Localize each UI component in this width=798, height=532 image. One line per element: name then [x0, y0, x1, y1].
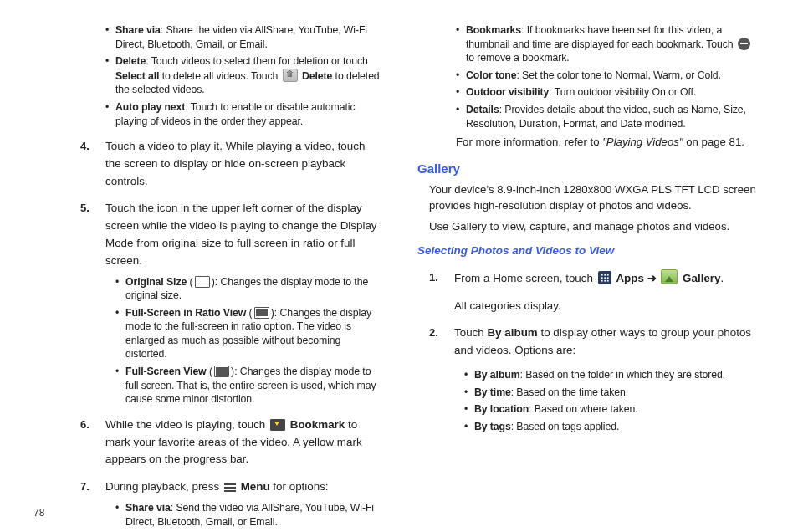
intro-bullets: Share via: Share the video via AllShare,…: [80, 23, 381, 128]
list-item: By time: Based on the time taken.: [464, 386, 756, 400]
step-6: 6. While the video is playing, touch Boo…: [80, 417, 381, 468]
gallery-p2: Use Gallery to view, capture, and manage…: [429, 218, 756, 234]
list-item: Outdoor visibility: Turn outdoor visibil…: [456, 85, 756, 100]
gallery-icon: [661, 269, 678, 284]
menu-icon: [224, 483, 236, 493]
apps-icon: [598, 271, 611, 284]
remove-bookmark-icon: [738, 38, 750, 50]
ratio-view-icon: [254, 307, 269, 319]
step-4: 4. Touch a video to play it. While playi…: [80, 138, 381, 190]
step-5: 5. Touch the icon in the upper left corn…: [80, 200, 381, 406]
term: Auto play next: [115, 101, 185, 113]
arrow-icon: ➔: [647, 272, 657, 284]
gallery-heading: Gallery: [417, 160, 756, 178]
list-item: By tags: Based on tags applied.: [464, 420, 756, 434]
list-item: By location: Based on where taken.: [464, 402, 756, 417]
gallery-step-1: 1. From a Home screen, touch Apps ➔ Gall…: [429, 269, 756, 315]
list-item: Delete: Touch videos to select them for …: [105, 54, 381, 97]
reference-text: For more information, refer to "Playing …: [456, 134, 756, 150]
list-item: Details: Provides details about the vide…: [456, 103, 756, 130]
page: Share via: Share the video via AllShare,…: [0, 0, 798, 532]
page-number: 78: [33, 506, 44, 520]
selecting-subheading: Selecting Photos and Videos to View: [417, 243, 756, 259]
list-item: By album: Based on the folder in which t…: [464, 368, 756, 382]
gallery-step-2: 2. Touch By album to display other ways …: [429, 325, 756, 433]
list-item: Share via: Share the video via AllShare,…: [105, 23, 381, 51]
full-screen-icon: [214, 366, 229, 377]
bookmark-icon: [270, 419, 285, 431]
term: Share via: [115, 24, 161, 36]
term: Delete: [115, 55, 146, 67]
list-item: Bookmarks: If bookmarks have been set fo…: [456, 23, 756, 65]
original-size-icon: [195, 276, 210, 288]
list-item: Full-Screen View (): Changes the display…: [115, 365, 381, 407]
left-column: Share via: Share the video via AllShare,…: [33, 18, 381, 524]
right-column: Bookmarks: If bookmarks have been set fo…: [417, 18, 765, 524]
list-item: Share via: Send the video via AllShare, …: [115, 501, 381, 529]
top-right-bullets: Bookmarks: If bookmarks have been set fo…: [431, 23, 756, 130]
gallery-p1: Your device's 8.9-inch-inch 1280x800 WXG…: [429, 182, 756, 213]
list-item: Auto play next: Touch to enable or disab…: [105, 100, 381, 128]
list-item: Original Size (): Changes the display mo…: [115, 275, 381, 303]
list-item: Color tone: Set the color tone to Normal…: [456, 69, 756, 83]
delete-icon: [283, 69, 298, 82]
step-7: 7. During playback, press Menu for optio…: [80, 478, 381, 529]
list-item: Full-Screen in Ratio View (): Changes th…: [115, 306, 381, 361]
